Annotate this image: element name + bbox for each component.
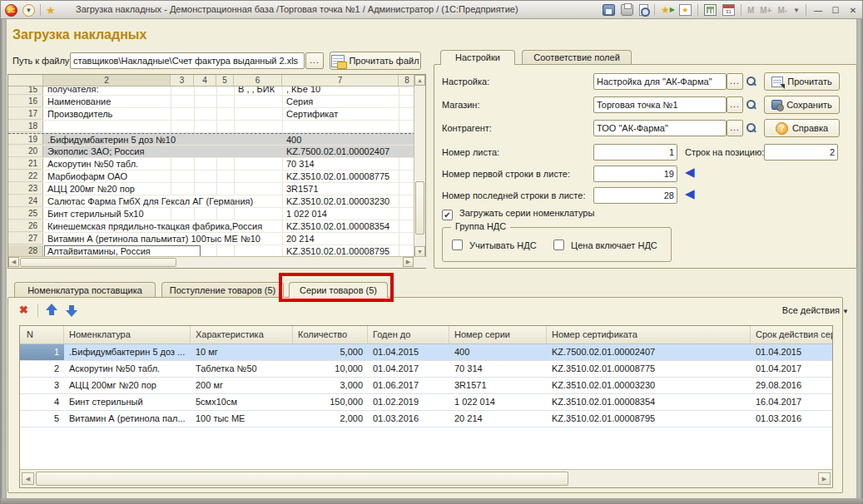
scrollbar-thumb[interactable] [36,472,568,486]
first-row-input[interactable]: 19 [593,166,677,182]
cell-certificate-validity[interactable]: 01.04.2015 [751,344,832,360]
grid-row-header[interactable]: 21 [8,158,43,170]
grid-corner-cell[interactable] [8,75,43,86]
memory-m-plus-button[interactable]: M+ [760,6,771,15]
grid-row-header[interactable]: 16 [8,96,43,107]
favorites-icon[interactable]: ★ [679,4,692,16]
grid-row[interactable]: 15 получателя: В , , БИК , КБе 10 [8,86,415,96]
setting-browse-button[interactable]: ... [727,73,743,90]
grid-row[interactable]: 23 АЦЦ 200мг №20 пор 3R1571 [8,183,415,195]
grid-cell[interactable]: получателя: [45,86,101,95]
calendar-icon[interactable]: 31 [722,4,735,16]
cell-n[interactable]: 5 [20,411,64,427]
series-table[interactable]: N Номенклатура Характеристика Количество… [19,325,833,488]
grid-row-header[interactable]: 17 [8,108,43,120]
grid-cell[interactable]: Экополис ЗАО; Россия [45,146,146,157]
cell-expiry[interactable]: 01.03.2016 [368,411,449,427]
cell-characteristic[interactable]: 10 мг [191,344,293,360]
memory-m-button[interactable]: M [747,6,754,15]
grid-cell[interactable]: , КБе 10 [284,86,323,95]
cell-n[interactable]: 2 [20,361,64,377]
scroll-left-arrow-icon[interactable]: ◀ [8,257,19,267]
table-row[interactable]: 4 Бинт стерильный 5смх10см 150,000 01.02… [20,394,832,411]
minimize-button[interactable]: — [812,6,824,15]
grid-col-header[interactable]: 4 [194,75,216,86]
grid-cell[interactable]: 3R1571 [284,183,321,195]
grid-row[interactable]: 19 .Бифидумбактерин 5 доз №10 400 [8,133,415,146]
grid-col-header[interactable]: 5 [216,75,234,86]
delete-row-button[interactable]: ✖ [19,304,28,317]
cell-certificate-number[interactable]: KZ.3510.02.01.00008354 [547,394,751,410]
grid-col-header[interactable]: 6 [234,75,282,86]
grid-row[interactable]: 18 [8,121,415,133]
setting-lookup-button[interactable] [745,76,756,89]
save-icon[interactable] [603,4,615,16]
grid-col-header[interactable]: 8 [399,75,415,86]
grid-cell[interactable]: KZ.3510.02.01.00008775 [284,170,392,182]
tab-goods-receipt[interactable]: Поступление товаров (5) [161,282,284,298]
col-header-nomenclature[interactable]: Номенклатура [64,326,191,343]
pick-first-row-button[interactable]: ◀ [685,165,695,180]
memory-m-minus-button[interactable]: M- [777,6,787,15]
grid-cell[interactable]: Бинт стерильный 5х10 [45,208,146,220]
grid-row[interactable]: 21 Аскорутин №50 табл. 70 314 [8,158,415,170]
read-file-button[interactable]: Прочитать файл [330,52,421,70]
cell-expiry[interactable]: 01.06.2017 [368,378,449,393]
table-row[interactable]: 1 .Бифидумбактерин 5 доз ... 10 мг 5,000… [20,344,832,361]
price-includes-vat-checkbox[interactable]: Цена включает НДС [553,240,657,250]
rows-per-position-input[interactable]: 2 [764,144,838,161]
grid-cell[interactable]: KZ.3510.02.01.00003230 [284,195,392,207]
cell-certificate-validity[interactable]: 01.04.2017 [751,361,832,377]
grid-cell[interactable]: Производитель [45,108,115,120]
cell-characteristic[interactable]: 100 тыс МЕ [191,411,293,427]
col-header-quantity[interactable]: Количество [293,326,368,343]
scroll-left-arrow-icon[interactable]: ◀ [22,472,34,485]
grid-cell[interactable]: 400 [284,134,304,146]
grid-cell[interactable]: Салютас Фарма ГмбХ для Гексал АГ (Герман… [45,195,255,207]
grid-row[interactable]: 26 Кинешемская прядильно-ткацкая фабрика… [8,220,415,233]
calculator-icon[interactable] [704,4,717,16]
table-row[interactable]: 3 АЦЦ 200мг №20 пор 200 мг 3,000 01.06.2… [20,378,832,394]
grid-col-header[interactable]: 2 [43,75,171,86]
cell-quantity[interactable]: 2,000 [293,411,368,427]
cell-expiry[interactable]: 01.02.2019 [368,394,449,410]
pick-last-row-button[interactable]: ◀ [685,186,695,201]
grid-horizontal-scrollbar[interactable]: ◀ ▶ [8,256,427,268]
cell-expiry[interactable]: 01.04.2017 [368,361,449,377]
print-icon[interactable] [621,4,633,16]
cell-certificate-number[interactable]: KZ.3510.02.01.00003230 [547,378,751,393]
cell-nomenclature[interactable]: Витамин А (ретинола пал... [64,411,191,427]
cell-n[interactable]: 4 [20,394,64,410]
cell-certificate-validity[interactable]: 16.04.2017 [751,394,832,410]
load-series-checkbox[interactable]: ✔ Загружать серии номенклатуры [442,208,594,220]
grid-row-header[interactable]: 19 [8,134,43,145]
setting-lookup-button[interactable] [745,122,756,136]
maximize-button[interactable]: ☐ [830,6,841,15]
setting-input[interactable]: ТОО "АК-Фарма" [593,120,727,136]
scrollbar-thumb[interactable] [415,181,424,235]
cell-certificate-number[interactable]: KZ.3510.02.01.00008795 [547,411,751,427]
all-actions-button[interactable]: Все действия ▼ [716,305,849,315]
scroll-right-arrow-icon[interactable]: ▶ [818,472,831,485]
cell-expiry[interactable]: 01.04.2015 [368,344,449,360]
cell-quantity[interactable]: 5,000 [293,344,368,360]
cell-series-number[interactable]: 20 214 [449,411,547,427]
scroll-right-arrow-icon[interactable]: ▶ [403,257,414,267]
grid-cell[interactable]: Серия [284,96,315,107]
grid-row-header[interactable]: 25 [8,208,43,220]
grid-col-header[interactable]: 7 [282,75,399,86]
tab-field-mapping[interactable]: Соответствие полей [522,50,632,65]
col-header-characteristic[interactable]: Характеристика [191,326,293,343]
file-path-browse-button[interactable]: ... [305,52,324,69]
vat-account-checkbox[interactable]: Учитывать НДС [452,240,537,250]
cell-series-number[interactable]: 3R1571 [449,378,547,393]
col-header-n[interactable]: N [20,326,64,343]
grid-row[interactable]: 25 Бинт стерильный 5х10 1 022 014 [8,208,415,220]
cell-series-number[interactable]: 70 314 [449,361,547,377]
grid-row-header[interactable]: 15 [8,86,43,95]
move-down-button[interactable] [66,304,78,319]
grid-row[interactable]: 17 Производитель Сертификат [8,108,415,121]
scrollbar-thumb[interactable] [20,258,176,267]
excel-preview-grid[interactable]: 2 3 4 5 6 7 8 15 получателя: В , , БИК ,… [7,74,426,269]
grid-cell[interactable]: 70 314 [284,158,317,170]
